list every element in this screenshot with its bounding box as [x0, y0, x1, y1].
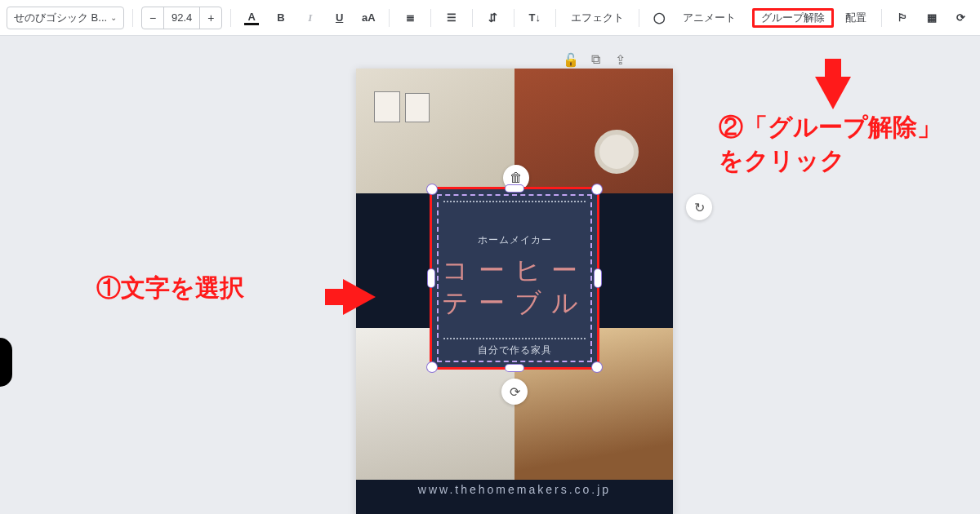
resize-handle-tr[interactable] [592, 184, 602, 194]
italic-icon: I [303, 11, 318, 25]
annotation-step2: ②「グループ解除」 をクリック [719, 111, 942, 177]
annotation-step2-line1: ②「グループ解除」 [719, 113, 942, 140]
share-icon[interactable]: ⇪ [611, 52, 629, 68]
footer-url: www.thehomemakers.co.jp [356, 483, 673, 496]
duplicate-icon[interactable]: ⧉ [586, 52, 604, 68]
chevron-down-icon: ⌄ [110, 13, 117, 22]
spacing-button[interactable]: ⇵ [481, 7, 506, 29]
separator [514, 9, 514, 27]
text-color-icon: A [244, 11, 259, 25]
animate-button[interactable]: アニメート [676, 11, 742, 25]
redo-icon: ↻ [694, 200, 705, 215]
underline-icon: U [332, 11, 347, 25]
italic-button[interactable]: I [298, 7, 323, 29]
panel-caption: 自分で作る家具 [478, 343, 552, 357]
bold-icon: B [274, 11, 288, 25]
vertical-text-icon: T↓ [528, 11, 542, 25]
layer-icon: 🏳 [895, 11, 910, 25]
animate-icon-button[interactable]: ◯ [648, 7, 672, 29]
design-page[interactable]: 🗑 ホームメイカー コーヒー テーブル 自分で作る家具 ⟳ www.thehom… [356, 69, 673, 514]
resize-handle-bl[interactable] [427, 362, 437, 372]
top-toolbar: せのびゴシック B... ⌄ − 92.4 + A B I U aA ≣ ☰ ⇵… [0, 0, 980, 36]
case-button[interactable]: aA [357, 7, 381, 29]
font-size-increase[interactable]: + [200, 7, 221, 29]
list-icon: ☰ [444, 11, 459, 25]
divider-dots-top [443, 201, 586, 202]
separator [555, 9, 556, 27]
underline-button[interactable]: U [327, 7, 352, 29]
more-button[interactable]: ⟳ [949, 7, 973, 29]
frame-decor [405, 93, 430, 122]
spacing-icon: ⇵ [486, 11, 501, 25]
canvas-area[interactable]: 🔓 ⧉ ⇪ 🗑 ホームメイカー コーヒー テーブル 自分で作る家具 [0, 36, 980, 514]
photo-top-left [356, 69, 514, 193]
bold-button[interactable]: B [269, 7, 293, 29]
layer-button[interactable]: 🏳 [890, 7, 915, 29]
annotation-step1: ①文字を選択 [96, 272, 244, 305]
font-size-value[interactable]: 92.4 [163, 7, 201, 29]
effects-button[interactable]: エフェクト [564, 11, 630, 25]
selected-text-group[interactable]: ホームメイカー コーヒー テーブル 自分で作る家具 [430, 187, 599, 370]
font-size-decrease[interactable]: − [142, 7, 163, 29]
text-color-button[interactable]: A [239, 7, 264, 29]
cup-decor [595, 130, 639, 174]
annotation-step2-line2: をクリック [719, 147, 845, 174]
resize-handle-left[interactable] [428, 269, 434, 287]
animate-icon: ◯ [653, 11, 667, 25]
position-button[interactable]: 配置 [839, 11, 873, 25]
align-center-icon: ≣ [403, 11, 417, 25]
side-panel-toggle[interactable] [0, 338, 12, 387]
ungroup-button[interactable]: グループ解除 [752, 8, 834, 28]
object-toolbar: 🔓 ⧉ ⇪ [562, 52, 629, 68]
separator [639, 9, 639, 27]
resize-handle-bottom[interactable] [506, 365, 523, 371]
align-button[interactable]: ≣ [398, 7, 422, 29]
vertical-text-button[interactable]: T↓ [523, 7, 547, 29]
list-button[interactable]: ☰ [439, 7, 464, 29]
separator [430, 9, 431, 27]
font-family-label: せのびゴシック B... [14, 11, 107, 25]
case-icon: aA [362, 11, 376, 25]
separator [389, 9, 390, 27]
separator [230, 9, 231, 27]
separator [132, 9, 133, 27]
redo-button[interactable]: ↻ [686, 194, 712, 220]
arrow-right-icon [343, 279, 376, 315]
trash-icon: 🗑 [510, 171, 523, 185]
arrow-down-icon [815, 77, 851, 109]
resize-handle-right[interactable] [595, 269, 601, 287]
more-icon: ⟳ [954, 11, 969, 25]
rotate-icon: ⟳ [510, 384, 520, 400]
resize-handle-tl[interactable] [427, 184, 437, 194]
font-family-select[interactable]: せのびゴシック B... ⌄ [7, 7, 124, 29]
resize-handle-top[interactable] [506, 185, 523, 192]
separator [881, 9, 882, 27]
photo-top-right [514, 69, 673, 193]
divider-dots-bottom [443, 338, 586, 339]
font-size-control[interactable]: − 92.4 + [141, 7, 222, 29]
separator [472, 9, 473, 27]
lock-icon[interactable]: 🔓 [562, 52, 580, 68]
resize-handle-br[interactable] [592, 362, 602, 372]
rotate-button[interactable]: ⟳ [501, 379, 528, 405]
transparency-button[interactable]: ▦ [920, 7, 944, 29]
transparency-icon: ▦ [924, 11, 939, 25]
